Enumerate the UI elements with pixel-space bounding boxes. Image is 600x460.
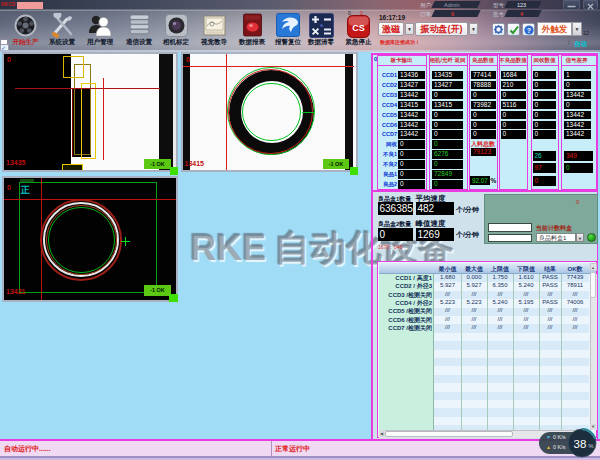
svg-text:38: 38 [573,438,586,450]
svg-text:?: ? [526,26,530,33]
svg-text:%: % [588,443,594,449]
svg-text:CS: CS [352,23,365,33]
